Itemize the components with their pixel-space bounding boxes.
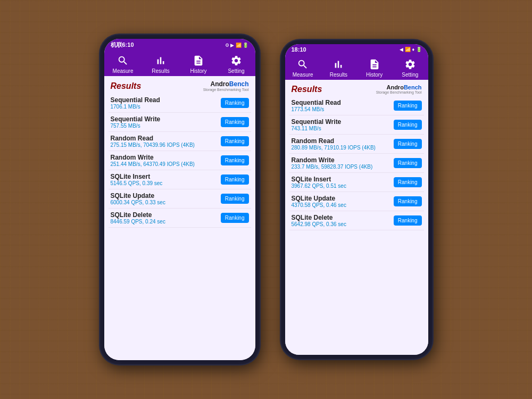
results-list-left: Sequential Read 1706.1 MB/s Ranking Sequ…: [104, 94, 255, 360]
nav-results-label-left: Results: [152, 68, 169, 74]
nav-setting-left[interactable]: Setting: [218, 54, 255, 74]
result-value: 251.44 MB/s, 64370.49 IOPS (4KB): [111, 161, 195, 167]
result-info: Sequential Write 743.11 MB/s: [292, 118, 342, 131]
result-name: Random Write: [111, 154, 195, 161]
results-header-right: Results AndroBench Storage Benchmarking …: [285, 80, 428, 96]
history-icon-right: [368, 58, 381, 71]
nav-setting-label-right: Setting: [402, 72, 418, 78]
status-time-right: 18:10: [292, 46, 306, 53]
result-info: Random Write 233.7 MB/s, 59828.37 IOPS (…: [292, 156, 373, 170]
chart-icon-right: [332, 58, 345, 71]
result-value: 1706.1 MB/s: [111, 104, 160, 110]
androbench-logo-left: AndroBench Storage Benchmarking Tool: [203, 80, 249, 92]
result-value: 6000.34 QPS, 0.33 sec: [111, 200, 165, 205]
ranking-button[interactable]: Ranking: [221, 98, 249, 108]
ranking-button[interactable]: Ranking: [394, 215, 422, 226]
table-row: Sequential Write 757.55 MB/s Ranking: [109, 113, 251, 132]
nav-bar-right: Measure Results History: [285, 55, 428, 80]
status-icons-right: ◀ 📶 ♦ 🔋: [400, 47, 421, 52]
result-name: Random Read: [111, 135, 195, 142]
result-value: 8446.59 QPS, 0.24 sec: [111, 219, 165, 225]
ranking-button[interactable]: Ranking: [221, 174, 249, 185]
result-name: SQLite Insert: [111, 173, 163, 180]
ranking-button[interactable]: Ranking: [394, 196, 422, 206]
result-info: Random Read 280.89 MB/s, 71910.19 IOPS (…: [292, 137, 376, 151]
ranking-button[interactable]: Ranking: [221, 117, 249, 127]
table-row: SQLite Delete 5642.98 QPS, 0.36 sec Rank…: [289, 211, 424, 230]
ranking-button[interactable]: Ranking: [221, 155, 249, 165]
status-bar-right: 18:10 ◀ 📶 ♦ 🔋: [285, 44, 428, 55]
result-name: SQLite Update: [111, 192, 165, 200]
table-row: SQLite Insert 3967.62 QPS, 0.51 sec Rank…: [289, 173, 424, 192]
table-row: Random Read 280.89 MB/s, 71910.19 IOPS (…: [289, 135, 424, 154]
nav-measure-label-right: Measure: [293, 72, 313, 78]
results-title-right: Results: [292, 85, 322, 94]
chart-icon-left: [154, 54, 167, 67]
result-name: Sequential Write: [111, 115, 161, 123]
history-icon-left: [192, 54, 205, 67]
ranking-button[interactable]: Ranking: [221, 136, 249, 146]
result-info: Sequential Write 757.55 MB/s: [111, 115, 161, 129]
ranking-button[interactable]: Ranking: [221, 194, 249, 204]
content-right: Results AndroBench Storage Benchmarking …: [285, 80, 428, 355]
status-time-left: 机联6:10: [111, 41, 134, 49]
androbench-logo-right: AndroBench Storage Benchmarking Tool: [376, 84, 422, 94]
table-row: Random Read 275.15 MB/s, 70439.96 IOPS (…: [109, 132, 251, 151]
nav-history-label-right: History: [366, 72, 383, 78]
nav-history-right[interactable]: History: [356, 58, 392, 78]
nav-setting-label-left: Setting: [228, 68, 244, 74]
result-name: Sequential Read: [111, 96, 160, 104]
gear-icon-left: [230, 54, 243, 67]
nav-bar-left: Measure Results History: [104, 51, 255, 76]
results-list-right: Sequential Read 1773.54 MB/s Ranking Seq…: [285, 96, 428, 355]
gear-icon-right: [404, 58, 417, 71]
result-info: Sequential Read 1773.54 MB/s: [292, 99, 341, 112]
phone-right: 18:10 ◀ 📶 ♦ 🔋 Measure Results: [281, 40, 433, 359]
nav-results-right[interactable]: Results: [321, 58, 356, 78]
result-name: Sequential Write: [292, 118, 342, 126]
result-info: SQLite Delete 5642.98 QPS, 0.36 sec: [292, 214, 346, 227]
phone-left: 机联6:10 ⚙ ▶ 📶 🔋 Measure Results: [100, 35, 260, 364]
logo-bench-right: Bench: [404, 84, 422, 90]
result-info: SQLite Update 6000.34 QPS, 0.33 sec: [111, 192, 165, 205]
result-name: SQLite Delete: [111, 211, 165, 219]
logo-sub-right: Storage Benchmarking Tool: [376, 90, 422, 94]
nav-setting-right[interactable]: Setting: [392, 58, 428, 78]
ranking-button[interactable]: Ranking: [394, 101, 422, 111]
logo-bench-left: Bench: [229, 80, 249, 88]
table-row: SQLite Update 6000.34 QPS, 0.33 sec Rank…: [109, 189, 251, 209]
nav-measure-left[interactable]: Measure: [104, 54, 142, 74]
ranking-button[interactable]: Ranking: [394, 139, 422, 149]
table-row: Random Write 251.44 MB/s, 64370.49 IOPS …: [109, 151, 251, 170]
result-name: SQLite Insert: [292, 176, 346, 183]
logo-sub-left: Storage Benchmarking Tool: [203, 88, 249, 92]
result-value: 743.11 MB/s: [292, 126, 342, 131]
table-row: SQLite Insert 5146.5 QPS, 0.39 sec Ranki…: [109, 170, 251, 189]
result-name: SQLite Delete: [292, 214, 346, 221]
table-row: SQLite Update 4370.58 QPS, 0.46 sec Rank…: [289, 192, 424, 211]
result-value: 5642.98 QPS, 0.36 sec: [292, 221, 346, 227]
nav-results-label-right: Results: [330, 72, 347, 78]
result-name: SQLite Update: [292, 195, 346, 202]
ranking-button[interactable]: Ranking: [394, 158, 422, 168]
result-name: Sequential Read: [292, 99, 341, 106]
results-title-left: Results: [111, 81, 142, 91]
table-row: Sequential Read 1773.54 MB/s Ranking: [289, 96, 424, 115]
result-info: Random Write 251.44 MB/s, 64370.49 IOPS …: [111, 154, 195, 167]
nav-measure-right[interactable]: Measure: [285, 58, 321, 78]
result-info: SQLite Insert 5146.5 QPS, 0.39 sec: [111, 173, 163, 186]
nav-history-left[interactable]: History: [180, 54, 218, 74]
nav-results-left[interactable]: Results: [142, 54, 180, 74]
result-info: SQLite Update 4370.58 QPS, 0.46 sec: [292, 195, 346, 208]
result-value: 757.55 MB/s: [111, 123, 161, 129]
ranking-button[interactable]: Ranking: [221, 213, 249, 223]
result-info: Random Read 275.15 MB/s, 70439.96 IOPS (…: [111, 135, 195, 148]
result-value: 233.7 MB/s, 59828.37 IOPS (4KB): [292, 164, 373, 170]
search-icon: [117, 54, 129, 67]
nav-history-label-left: History: [190, 68, 206, 74]
ranking-button[interactable]: Ranking: [394, 177, 422, 187]
table-row: Sequential Write 743.11 MB/s Ranking: [289, 115, 424, 135]
ranking-button[interactable]: Ranking: [394, 120, 422, 130]
table-row: Random Write 233.7 MB/s, 59828.37 IOPS (…: [289, 154, 424, 173]
nav-measure-label-left: Measure: [113, 68, 134, 74]
